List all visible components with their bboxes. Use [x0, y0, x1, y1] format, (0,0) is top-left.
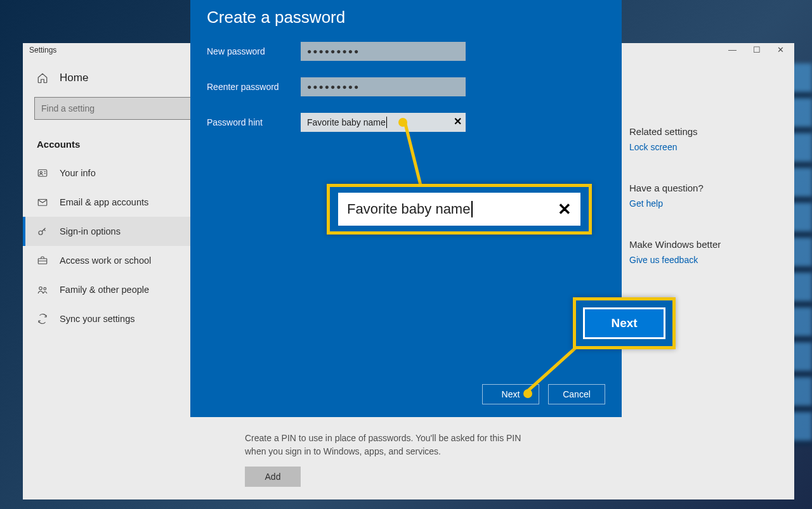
hint-label: Password hint	[207, 117, 301, 127]
new-password-input[interactable]: ●●●●●●●●●	[301, 42, 466, 61]
reenter-label: Reenter password	[207, 82, 301, 92]
reenter-password-input[interactable]: ●●●●●●●●●	[301, 77, 466, 96]
clear-icon: ✕	[558, 200, 572, 219]
clear-icon[interactable]: ✕	[454, 115, 462, 127]
text-caret	[386, 117, 387, 128]
callout-next-inner: Next	[583, 307, 665, 339]
callout-next: Next	[573, 297, 676, 349]
dialog-footer: Next Cancel	[482, 384, 605, 404]
callout-hint-inner: Favorite baby name ✕	[338, 193, 580, 226]
hint-value: Favorite baby name	[307, 117, 386, 127]
callout-hint: Favorite baby name ✕	[327, 184, 592, 235]
reenter-password-row: Reenter password ●●●●●●●●●	[207, 77, 605, 97]
next-label: Next	[502, 389, 520, 399]
text-caret	[471, 201, 473, 217]
cancel-button[interactable]: Cancel	[548, 384, 605, 404]
new-password-label: New password	[207, 46, 301, 56]
callout-next-text: Next	[611, 316, 637, 330]
callout-hint-text: Favorite baby name	[347, 201, 470, 217]
hint-input[interactable]: Favorite baby name ✕	[301, 113, 466, 132]
cancel-label: Cancel	[563, 389, 591, 399]
password-dots: ●●●●●●●●●	[307, 82, 360, 91]
new-password-row: New password ●●●●●●●●●	[207, 41, 605, 61]
password-dots: ●●●●●●●●●	[307, 47, 360, 56]
dialog-title: Create a password	[207, 8, 605, 27]
